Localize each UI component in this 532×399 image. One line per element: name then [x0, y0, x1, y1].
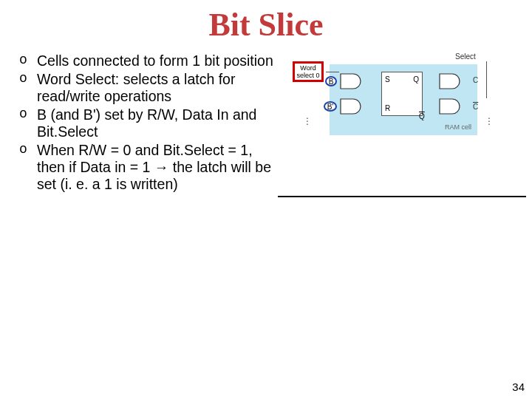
latch-pin-s: S: [385, 75, 390, 83]
and-gate-icon: [439, 98, 463, 115]
and-gate-icon: [439, 73, 463, 89]
masked-region: [278, 196, 526, 349]
page-number: 34: [512, 381, 525, 393]
bullet-marker: o: [19, 106, 37, 140]
b-node: B: [325, 76, 337, 86]
ellipsis-icon: ···: [488, 116, 491, 125]
list-item: o B (and B') set by R/W, Data In and Bit…: [19, 106, 279, 140]
select-label: Select: [455, 52, 476, 61]
and-gate-icon: [340, 98, 364, 115]
slide-title: Bit Slice: [0, 0, 532, 44]
ram-cell-diagram: Word select 0 Select RAM cell B B' S R: [281, 52, 519, 171]
bullet-marker: o: [19, 142, 37, 193]
list-item: o Cells connected to form 1 bit position: [19, 52, 279, 69]
bullet-list: o Cells connected to form 1 bit position…: [19, 52, 279, 194]
bullet-text: Word Select: selects a latch for read/wr…: [37, 71, 279, 105]
output-cbar: C: [473, 103, 478, 111]
list-item: o Word Select: selects a latch for read/…: [19, 71, 279, 105]
and-gate-icon: [340, 73, 364, 89]
bullet-marker: o: [19, 52, 37, 69]
bullet-text: When R/W = 0 and Bit.Select = 1, then if…: [37, 142, 279, 193]
ellipsis-icon: ···: [306, 116, 309, 125]
output-c: C: [473, 76, 478, 84]
latch-pin-q: Q: [413, 75, 419, 83]
list-item: o When R/W = 0 and Bit.Select = 1, then …: [19, 142, 279, 193]
bullet-text: B (and B') set by R/W, Data In and Bit.S…: [37, 106, 279, 140]
ram-cell-label: RAM cell: [445, 123, 471, 131]
slide: Bit Slice o Cells connected to form 1 bi…: [0, 0, 532, 399]
bullet-text: Cells connected to form 1 bit position: [37, 52, 279, 69]
sr-latch: S R Q Q: [381, 72, 423, 116]
wire: [486, 61, 487, 98]
bbar-node: B': [324, 101, 337, 112]
latch-pin-r: R: [385, 104, 390, 112]
bullet-marker: o: [19, 71, 37, 105]
wire: [326, 72, 339, 72]
slide-body: o Cells connected to form 1 bit position…: [0, 44, 532, 194]
word-select-box: Word select 0: [293, 61, 324, 82]
